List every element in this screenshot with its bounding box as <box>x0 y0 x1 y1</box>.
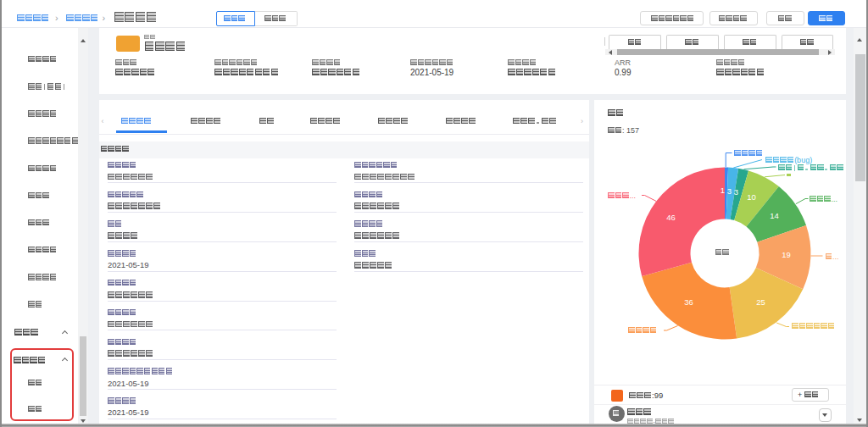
svg-text:19: 19 <box>782 250 791 259</box>
svg-text:36: 36 <box>684 297 693 307</box>
svg-text:14: 14 <box>770 211 779 220</box>
svg-text:3: 3 <box>734 187 738 197</box>
svg-text:46: 46 <box>666 213 676 222</box>
svg-text:25: 25 <box>756 297 765 307</box>
svg-text:10: 10 <box>747 192 756 202</box>
svg-text:1: 1 <box>721 186 725 195</box>
svg-text:3: 3 <box>727 186 732 196</box>
